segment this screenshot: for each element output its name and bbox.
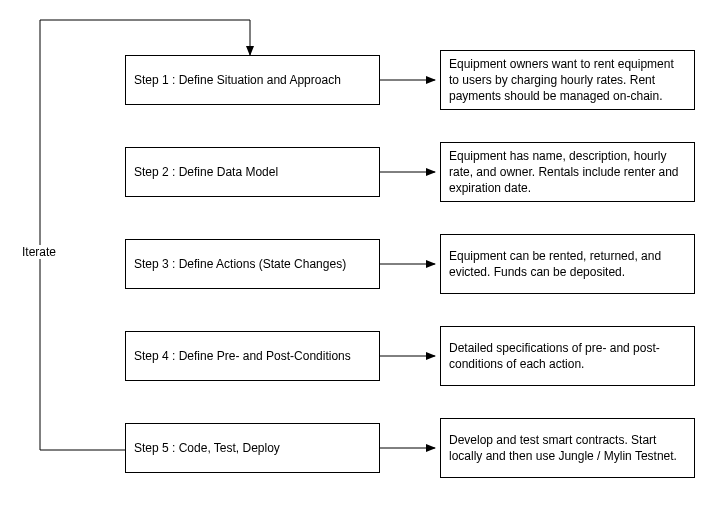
step-4-box: Step 4 : Define Pre- and Post-Conditions	[125, 331, 380, 381]
arrow-step-4	[380, 352, 440, 362]
desc-1-box: Equipment owners want to rent equipment …	[440, 50, 695, 110]
step-3-box: Step 3 : Define Actions (State Changes)	[125, 239, 380, 289]
step-5-label: Step 5 : Code, Test, Deploy	[134, 441, 280, 455]
desc-3-box: Equipment can be rented, returned, and e…	[440, 234, 695, 294]
step-1-label: Step 1 : Define Situation and Approach	[134, 73, 341, 87]
step-1-box: Step 1 : Define Situation and Approach	[125, 55, 380, 105]
step-2-box: Step 2 : Define Data Model	[125, 147, 380, 197]
desc-1-text: Equipment owners want to rent equipment …	[449, 56, 686, 105]
step-4-label: Step 4 : Define Pre- and Post-Conditions	[134, 349, 351, 363]
step-3-label: Step 3 : Define Actions (State Changes)	[134, 257, 346, 271]
step-5-box: Step 5 : Code, Test, Deploy	[125, 423, 380, 473]
arrow-step-3	[380, 260, 440, 270]
arrow-step-2	[380, 168, 440, 178]
arrow-step-1	[380, 76, 440, 86]
desc-2-text: Equipment has name, description, hourly …	[449, 148, 686, 197]
desc-4-box: Detailed specifications of pre- and post…	[440, 326, 695, 386]
desc-3-text: Equipment can be rented, returned, and e…	[449, 248, 686, 280]
desc-5-text: Develop and test smart contracts. Start …	[449, 432, 686, 464]
desc-4-text: Detailed specifications of pre- and post…	[449, 340, 686, 372]
arrow-step-5	[380, 444, 440, 454]
step-2-label: Step 2 : Define Data Model	[134, 165, 278, 179]
iterate-label: Iterate	[22, 245, 56, 259]
desc-2-box: Equipment has name, description, hourly …	[440, 142, 695, 202]
desc-5-box: Develop and test smart contracts. Start …	[440, 418, 695, 478]
